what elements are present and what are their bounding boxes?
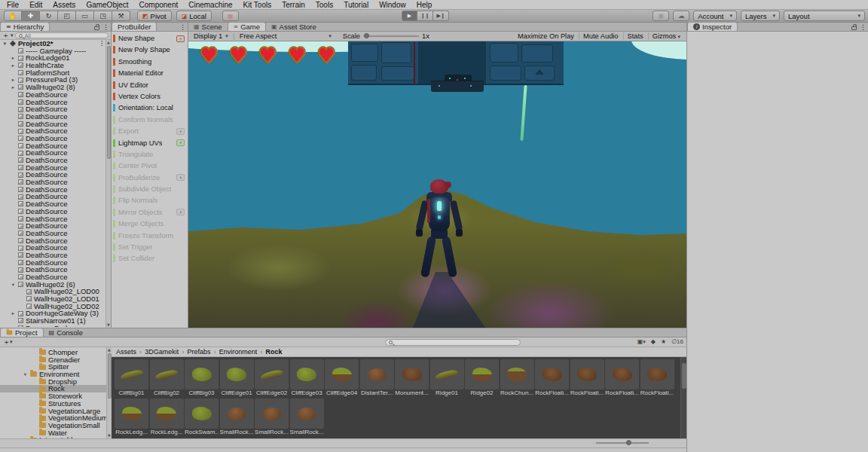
probuilder-button[interactable]: New Poly Shape <box>113 46 186 53</box>
expand-arrow-icon[interactable]: ▸ <box>11 76 16 84</box>
breadcrumb-item[interactable]: Assets <box>116 348 136 356</box>
create-button[interactable]: ＋ <box>3 337 10 347</box>
tab-inspector[interactable]: iInspector <box>687 22 738 31</box>
expand-arrow-icon[interactable]: ▾ <box>11 281 16 289</box>
menu-file[interactable]: File <box>2 1 24 9</box>
asset-item[interactable]: RockSwam... <box>185 399 219 436</box>
stats-button[interactable]: Stats <box>623 32 647 40</box>
expand-arrow-icon[interactable]: ▸ <box>11 325 16 327</box>
expand-arrow-icon[interactable]: ▸ <box>11 310 16 317</box>
thumbnail-size-thumb[interactable] <box>626 440 631 445</box>
chevron-down-icon[interactable]: ▾ <box>10 339 13 345</box>
probuilder-button[interactable]: Vertex Colors <box>113 93 186 100</box>
hidden-packages-count[interactable]: ∅16 <box>671 338 683 345</box>
layers-dropdown[interactable]: Layers▾ <box>741 11 780 21</box>
asset-item[interactable]: CliffEdge03 <box>290 359 324 397</box>
folder-tree-scrollbar[interactable]: ▲ ▼ <box>106 347 112 438</box>
scale-slider-thumb[interactable] <box>364 33 369 38</box>
play-button[interactable]: ▶ <box>402 11 417 21</box>
transform-tool[interactable]: ◳ <box>94 11 112 21</box>
rotate-tool[interactable]: ↻ <box>40 11 58 21</box>
menu-assets[interactable]: Assets <box>47 1 81 9</box>
custom-tool[interactable]: ⚒ <box>112 11 130 21</box>
panel-menu-icon[interactable]: ⋮ <box>179 23 186 31</box>
asset-item[interactable]: RockLedg... <box>150 399 184 436</box>
aspect-dropdown[interactable]: Free Aspect▾ <box>237 32 334 40</box>
asset-item[interactable]: CliffEdge04 <box>325 359 359 397</box>
asset-item[interactable]: RockChun... <box>500 359 534 397</box>
panel-menu-icon[interactable]: ⋮ <box>102 23 109 31</box>
asset-grid-scrollbar[interactable] <box>680 357 686 438</box>
create-button[interactable]: ＋ <box>2 31 9 41</box>
probuilder-button[interactable]: Merge Objects <box>113 220 186 228</box>
breadcrumb-item[interactable]: Environment <box>219 348 258 356</box>
rect-tool[interactable]: ▭ <box>76 11 94 21</box>
gizmos-button[interactable]: Gizmos ▾ <box>648 32 684 40</box>
asset-item[interactable]: SmallRock... <box>255 399 289 436</box>
scale-slider[interactable] <box>363 35 419 37</box>
chevron-down-icon[interactable]: ▾ <box>11 32 14 38</box>
hierarchy-scrollbar[interactable]: ▲ ▼ <box>105 40 111 328</box>
tab-project[interactable]: Project <box>0 328 44 337</box>
breadcrumb-item[interactable]: Rock <box>265 348 282 356</box>
menu-terrain[interactable]: Terrain <box>277 1 310 9</box>
asset-item[interactable]: Monument... <box>395 359 429 397</box>
pause-button[interactable]: ❙❙ <box>417 11 433 21</box>
asset-item[interactable]: SmallRock... <box>220 399 254 436</box>
tab-console[interactable]: ▤Console <box>44 328 88 337</box>
asset-item[interactable]: SmallRock... <box>290 399 324 436</box>
breadcrumb-item[interactable]: Prefabs <box>187 348 210 356</box>
menu-component[interactable]: Component <box>134 1 184 9</box>
menu-gameobject[interactable]: GameObject <box>81 1 133 9</box>
scroll-up-icon[interactable]: ▲ <box>107 347 112 353</box>
probuilder-button[interactable]: Material Editor <box>113 69 186 77</box>
asset-item[interactable]: RockFloati... <box>535 359 569 397</box>
collab-button[interactable]: ▣ <box>653 11 669 21</box>
tab-scene[interactable]: ▦Scene <box>188 22 228 31</box>
mute-audio-button[interactable]: Mute Audio <box>579 32 622 40</box>
hand-tool[interactable]: ✋ <box>4 11 22 21</box>
probuilder-button[interactable]: Orientation: Local <box>113 104 186 111</box>
asset-item[interactable]: Ridge02 <box>465 359 499 397</box>
scroll-up-icon[interactable]: ▲ <box>106 40 111 45</box>
menu-cinemachine[interactable]: Cinemachine <box>183 1 237 9</box>
maximize-on-play-button[interactable]: Maximize On Play <box>514 32 578 40</box>
menu-tutorial[interactable]: Tutorial <box>338 1 374 9</box>
lock-icon[interactable] <box>851 26 857 30</box>
asset-item[interactable]: CliffBig02 <box>150 359 184 397</box>
package-filter-icon[interactable]: ▣▾ <box>637 338 646 345</box>
label-filter-icon[interactable]: ◆ <box>651 338 656 345</box>
scroll-down-icon[interactable]: ▼ <box>106 322 111 328</box>
menu-window[interactable]: Window <box>374 1 411 9</box>
menu-help[interactable]: Help <box>411 1 438 9</box>
tab-game[interactable]: ∞Game <box>228 22 267 31</box>
asset-item[interactable]: CliffEdge01 <box>220 359 254 397</box>
game-viewport[interactable]: ♥♥♥♥♥♥♥♥♥♥ <box>188 41 686 328</box>
probuilder-button[interactable]: Subdivide Object <box>113 185 186 193</box>
probuilder-button[interactable]: Mirror Objects＋ <box>113 209 186 216</box>
project-search-input[interactable] <box>385 339 521 346</box>
probuilder-button[interactable]: Center Pivot <box>113 162 186 170</box>
asset-item[interactable]: CliffBig03 <box>185 359 219 397</box>
options-plus-button[interactable]: ＋ <box>176 128 185 135</box>
tab-hierarchy[interactable]: ≡Hierarchy <box>0 22 50 31</box>
layout-dropdown[interactable]: Layout▾ <box>784 11 865 21</box>
probuilder-button[interactable]: Set Collider <box>113 255 186 262</box>
options-plus-button[interactable]: ＋ <box>176 139 185 146</box>
menu-kit-tools[interactable]: Kit Tools <box>238 1 277 9</box>
expand-arrow-icon[interactable]: ▾ <box>2 40 8 47</box>
asset-item[interactable]: DistantTer... <box>360 359 394 397</box>
asset-item[interactable]: RockFloati... <box>605 359 639 397</box>
probuilder-button[interactable]: Triangulate <box>113 151 186 158</box>
probuilder-button[interactable]: Export＋ <box>113 127 186 135</box>
lock-icon[interactable] <box>94 26 99 30</box>
local-toggle[interactable]: ◪Local <box>176 11 212 21</box>
scale-tool[interactable]: ◰ <box>58 11 76 21</box>
menu-tools[interactable]: Tools <box>310 1 338 9</box>
asset-item[interactable]: Ridge01 <box>430 359 464 397</box>
asset-item[interactable]: RockLedg... <box>115 399 148 436</box>
tab-asset-store[interactable]: ▣Asset Store <box>266 22 322 31</box>
options-plus-button[interactable]: ＋ <box>176 35 185 42</box>
asset-item[interactable]: RockFloati... <box>570 359 604 397</box>
panel-menu-icon[interactable]: ⋮ <box>860 23 866 31</box>
